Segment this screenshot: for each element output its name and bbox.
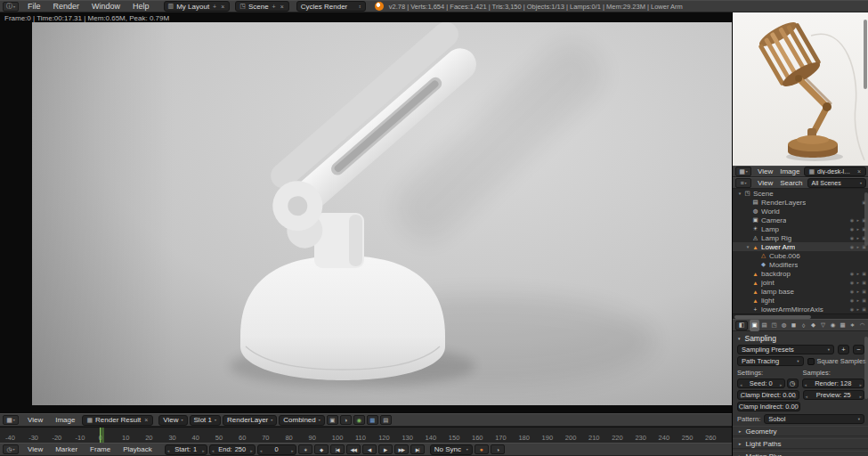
preview-samples-field[interactable]: ◂ Preview: 25 ▸ xyxy=(803,390,865,400)
current-frame-field[interactable]: ◂ 0 ▸ xyxy=(257,444,296,455)
tab-texture[interactable]: ▦ xyxy=(838,320,848,331)
clamp-direct-field[interactable]: ◂ Clamp Direct: 0.00 ▸ xyxy=(737,390,799,400)
increment-icon[interactable]: ▸ xyxy=(780,382,783,387)
decrement-icon[interactable]: ◂ xyxy=(212,448,215,453)
outliner-row[interactable]: ▲ lamp base ◉ ▸ ▣ xyxy=(733,287,868,296)
outliner-item-label[interactable]: Modifiers xyxy=(769,261,798,269)
outliner-item-label[interactable]: backdrop xyxy=(761,270,791,278)
play-reverse-button[interactable]: ◀ xyxy=(362,444,377,454)
draw-channels-color-icon[interactable]: ▣ xyxy=(327,415,338,425)
restrict-toggles[interactable]: ◉ ▸ ▣ xyxy=(850,289,867,294)
jump-to-end-button[interactable]: ▶| xyxy=(410,444,425,454)
menu-item[interactable]: Window xyxy=(86,2,126,11)
outliner-row[interactable]: ☀ Lamp ◉ ▸ ▣ xyxy=(733,224,868,233)
outliner-item-label[interactable]: Scene xyxy=(753,190,774,198)
menu-item[interactable]: Image xyxy=(50,416,80,424)
outliner-item-label[interactable]: Cube.006 xyxy=(769,252,800,260)
outliner-row[interactable]: ▲ light ◉ ▸ ▣ xyxy=(733,296,868,305)
decrement-icon[interactable]: ◂ xyxy=(740,405,742,411)
expand-toggle[interactable]: ▼ xyxy=(736,191,743,196)
outliner-row[interactable]: ◬ Lamp Rig ◉ ▸ ▣ xyxy=(733,233,868,242)
properties-section-header[interactable]: ► Light Paths xyxy=(733,438,868,449)
outliner-row[interactable]: ▣ Camera ◉ ▸ ▣ xyxy=(733,216,868,224)
outliner-item-label[interactable]: lamp base xyxy=(761,288,794,296)
seed-field[interactable]: ◂ Seed: 0 ▸ xyxy=(737,379,785,388)
tab-data[interactable]: ▽ xyxy=(818,320,828,331)
browse-scenes-icon[interactable]: ◳ xyxy=(239,3,246,10)
tab-particles[interactable]: ∗ xyxy=(848,320,857,331)
current-frame-cursor[interactable] xyxy=(100,428,104,443)
timeline-ruler[interactable]: -40-30-20-100102030405060708090100110120… xyxy=(0,427,732,443)
audio-scrubbing-icon[interactable]: ◑ xyxy=(491,444,505,454)
delete-layout-button[interactable]: × xyxy=(220,4,225,10)
menu-item[interactable]: Render xyxy=(48,2,85,11)
restrict-toggles[interactable]: ◉ ▸ ▣ xyxy=(850,306,867,312)
draw-channels-alpha-icon[interactable]: ◑ xyxy=(340,415,352,425)
outliner-row[interactable]: ▤ RenderLayers ▣ xyxy=(733,198,868,207)
increment-icon[interactable]: ▸ xyxy=(291,448,294,453)
editor-type-button[interactable]: ▦ ▾ xyxy=(3,415,19,425)
outliner-item-label[interactable]: lowerArmMirrorAxis xyxy=(761,305,823,314)
editor-type-button[interactable]: ⓘ ▾ xyxy=(3,2,19,12)
increment-icon[interactable]: ▸ xyxy=(859,382,862,387)
menu-item[interactable]: View xyxy=(755,167,775,175)
outliner-item-label[interactable]: World xyxy=(761,208,780,216)
outliner-item-label[interactable]: Camera xyxy=(761,216,786,224)
unlink-image-button[interactable]: × xyxy=(143,417,149,423)
add-scene-button[interactable]: + xyxy=(272,4,277,10)
decrement-icon[interactable]: ◂ xyxy=(167,448,170,453)
scrollbar[interactable] xyxy=(864,20,867,89)
outliner-row[interactable]: ▲ joint ◉ ▸ ▣ xyxy=(733,278,868,287)
tab-modifiers[interactable]: ◆ xyxy=(808,320,818,331)
outliner-row[interactable]: + lowerArmMirrorAxis ◉ ▸ ▣ xyxy=(733,305,868,314)
sampling-section-header[interactable]: ▼ Sampling xyxy=(733,334,868,343)
uv-grid-icon[interactable]: ▦ xyxy=(367,415,378,425)
menu-item[interactable]: Image xyxy=(777,167,802,175)
scene-datablock[interactable]: ◳ Scene + × xyxy=(235,1,289,12)
next-keyframe-button[interactable]: ▶▶ xyxy=(394,444,409,454)
menu-item[interactable]: Help xyxy=(127,2,155,11)
properties-section-header[interactable]: ► Motion Blur xyxy=(733,451,868,456)
increment-icon[interactable]: ▸ xyxy=(250,448,253,453)
menu-item[interactable]: View xyxy=(22,445,48,453)
browse-image-icon[interactable]: ▦ xyxy=(808,168,815,175)
outliner-item-label[interactable]: joint xyxy=(761,279,775,287)
previous-keyframe-button[interactable]: ◀◀ xyxy=(346,444,361,454)
outliner-row[interactable]: △ Cube.006 xyxy=(733,251,868,260)
editor-type-button[interactable]: ▦ ▾ xyxy=(735,167,751,176)
insert-keyframe-button[interactable]: ◆ xyxy=(314,444,329,454)
render-engine-dropdown[interactable]: Cycles Render ⇕ xyxy=(296,1,366,12)
animated-seed-button[interactable]: ◷ xyxy=(787,379,799,388)
image-editor-viewport[interactable]: Frame:0 | Time:00:17.31 | Mem:0.65M, Pea… xyxy=(0,12,732,413)
add-preset-button[interactable]: + xyxy=(838,345,849,354)
outliner-item-label[interactable]: RenderLayers xyxy=(761,199,806,207)
outliner-item-label[interactable]: Lamp xyxy=(761,225,779,233)
frame-start-field[interactable]: ◂ Start: 1 ▸ xyxy=(165,444,207,455)
decrement-icon[interactable]: ◂ xyxy=(740,394,742,399)
restrict-toggles[interactable]: ◉ ▸ ▣ xyxy=(850,271,867,276)
checkbox-box[interactable] xyxy=(807,358,815,365)
render-layer-dropdown[interactable]: RenderLayer ▾ xyxy=(223,415,277,426)
pattern-dropdown[interactable]: Sobol ▾ xyxy=(764,414,864,424)
browse-layouts-icon[interactable]: ▥ xyxy=(168,3,174,10)
unlink-image-button[interactable]: × xyxy=(856,168,862,175)
play-button[interactable]: ▶ xyxy=(378,444,393,454)
increment-icon[interactable]: ▸ xyxy=(795,405,798,411)
jump-to-start-button[interactable]: |◀ xyxy=(330,444,345,454)
sync-mode-dropdown[interactable]: No Sync ▾ xyxy=(430,444,473,455)
render-samples-field[interactable]: ◂ Render: 128 ▸ xyxy=(802,379,865,388)
decrement-icon[interactable]: ◂ xyxy=(805,382,807,387)
view-mode-dropdown[interactable]: View ▾ xyxy=(158,415,187,426)
decrement-icon[interactable]: ◂ xyxy=(260,448,263,453)
menu-item[interactable]: View xyxy=(755,179,775,187)
outliner-item-label[interactable]: light xyxy=(761,297,775,305)
editor-type-button[interactable]: ◷ ▾ xyxy=(3,444,19,454)
tab-object[interactable]: ◼ xyxy=(789,320,799,331)
tab-scene[interactable]: ◳ xyxy=(769,320,779,331)
restrict-toggles[interactable]: ◉ ▸ ▣ xyxy=(850,280,867,285)
image-datablock[interactable]: ▦ Render Result × xyxy=(82,415,153,426)
outliner-row[interactable]: ◆ Modifiers xyxy=(733,260,868,269)
increment-icon[interactable]: ▸ xyxy=(794,394,797,399)
display-mode-dropdown[interactable]: All Scenes ▾ xyxy=(807,178,866,188)
tab-render-layers[interactable]: ▤ xyxy=(759,320,769,331)
